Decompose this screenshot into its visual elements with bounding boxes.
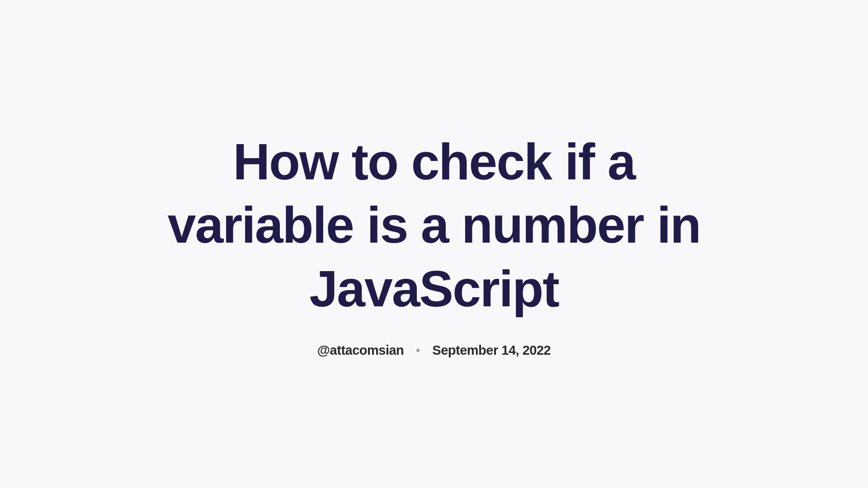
- article-meta: @attacomsian September 14, 2022: [317, 343, 551, 358]
- dot-separator-icon: [416, 349, 420, 352]
- publish-date: September 14, 2022: [432, 343, 551, 358]
- article-header: How to check if a variable is a number i…: [0, 130, 868, 357]
- article-title: How to check if a variable is a number i…: [145, 130, 723, 320]
- author-handle: @attacomsian: [317, 343, 404, 358]
